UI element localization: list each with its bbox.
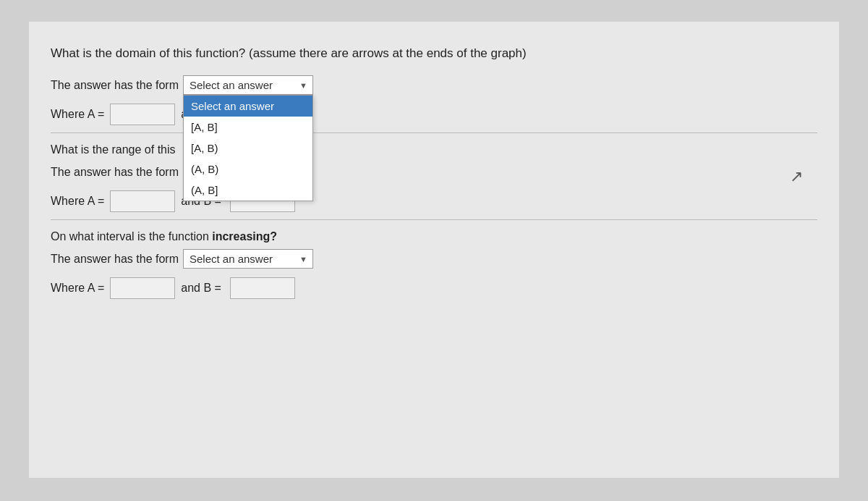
increasing-select-wrapper[interactable]: Select an answer ▼ bbox=[183, 249, 313, 269]
domain-select-wrapper[interactable]: Select an answer ▼ Select an answer [A, … bbox=[183, 75, 313, 95]
domain-chevron-icon: ▼ bbox=[299, 81, 307, 90]
increasing-b-input[interactable] bbox=[230, 277, 295, 299]
domain-section: What is the domain of this function? (as… bbox=[51, 36, 817, 133]
range-where-row: Where A = and B = bbox=[51, 190, 817, 212]
range-answer-form-row: The answer has the form Select an answer… bbox=[51, 162, 817, 182]
domain-dropdown-item-placeholder[interactable]: Select an answer bbox=[184, 96, 312, 117]
increasing-answer-form-label: The answer has the form bbox=[51, 253, 179, 266]
increasing-select-value: Select an answer bbox=[190, 253, 273, 265]
increasing-section: On what interval is the function increas… bbox=[51, 220, 817, 306]
increasing-select-trigger[interactable]: Select an answer ▼ bbox=[183, 249, 313, 269]
range-question-row: What is the range of this bbox=[51, 143, 817, 156]
range-where-a-label: Where A = bbox=[51, 195, 104, 208]
domain-where-a-label: Where A = bbox=[51, 108, 104, 121]
domain-dropdown-item-closed[interactable]: [A, B] bbox=[184, 117, 312, 138]
domain-question: What is the domain of this function? (as… bbox=[51, 46, 817, 61]
domain-select-value: Select an answer bbox=[190, 79, 273, 91]
range-question-text-static: What is the range of this bbox=[51, 143, 176, 156]
domain-dropdown-item-half-open-left[interactable]: (A, B] bbox=[184, 180, 312, 201]
domain-select-trigger[interactable]: Select an answer ▼ bbox=[183, 75, 313, 95]
increasing-where-row: Where A = and B = bbox=[51, 277, 817, 299]
increasing-question-bold: increasing? bbox=[212, 230, 277, 243]
increasing-and-b-label: and B = bbox=[181, 282, 221, 295]
increasing-answer-form-row: The answer has the form Select an answer… bbox=[51, 249, 817, 269]
range-a-input[interactable] bbox=[110, 190, 175, 212]
main-container: What is the domain of this function? (as… bbox=[29, 22, 839, 478]
range-answer-form-label2: The answer has the form bbox=[51, 166, 179, 179]
domain-dropdown-item-half-open-right[interactable]: [A, B) bbox=[184, 138, 312, 159]
increasing-question-text-start: On what interval is the function bbox=[51, 230, 212, 243]
domain-dropdown-popup: Select an answer [A, B] [A, B) (A, B) (A… bbox=[183, 95, 313, 201]
increasing-where-a-label: Where A = bbox=[51, 282, 104, 295]
domain-a-input[interactable] bbox=[110, 104, 175, 125]
increasing-chevron-icon: ▼ bbox=[299, 255, 307, 264]
cursor-arrow-icon: ↗ bbox=[790, 167, 803, 186]
domain-where-row: Where A = and B bbox=[51, 104, 817, 125]
domain-dropdown-item-open[interactable]: (A, B) bbox=[184, 159, 312, 180]
increasing-question: On what interval is the function increas… bbox=[51, 230, 817, 243]
domain-answer-form-label: The answer has the form bbox=[51, 79, 179, 92]
increasing-a-input[interactable] bbox=[110, 277, 175, 299]
range-section: What is the range of this The answer has… bbox=[51, 133, 817, 220]
domain-answer-form-row: The answer has the form Select an answer… bbox=[51, 75, 817, 95]
